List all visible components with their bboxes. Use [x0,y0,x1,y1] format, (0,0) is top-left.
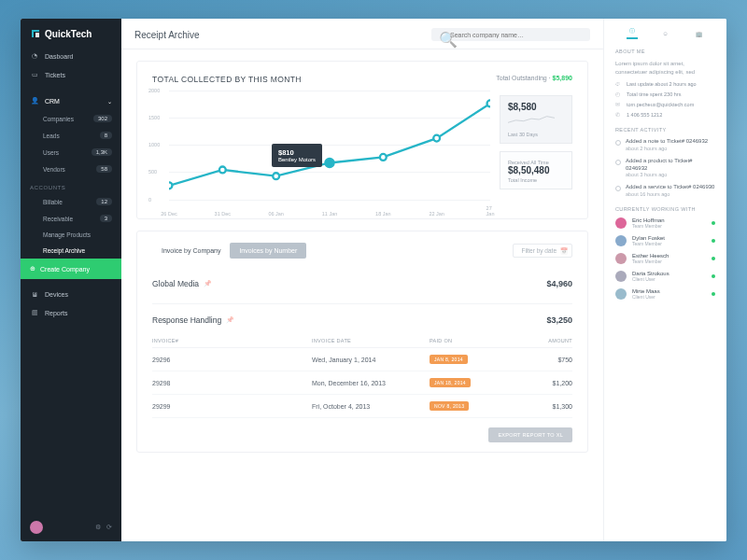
status-dot-icon [712,239,715,243]
chevron-down-icon: ⌄ [107,98,112,105]
timer-icon: ◴ [615,91,622,97]
data-point[interactable] [380,154,387,161]
search-input[interactable] [450,32,583,38]
meta-updated: ⏱Last update about 2 hours ago [615,81,715,87]
monitor-icon: 🖥 [30,289,39,299]
sidebar-item-receivable[interactable]: Receivable3 [21,210,121,227]
bullet-icon [615,140,621,146]
company-row[interactable]: Global Media📌$4,960 [152,268,572,294]
table-header: INVOICE#INVOICE DATEPAID ONAMOUNT [152,330,572,348]
sidebar-item-billable[interactable]: Billable12 [21,193,121,210]
avatar [615,235,627,246]
sparkline-icon [508,115,555,124]
data-point[interactable] [433,135,440,142]
sidebar-item-companies[interactable]: Companies302 [21,110,121,127]
y-axis-label: 0 [148,197,151,203]
data-point[interactable] [325,159,333,167]
gauge-icon: ◔ [30,51,39,61]
person-icon: 👤 [30,96,39,105]
table-row[interactable]: 29299Fri, October 4, 2013NOV 8, 2013$1,3… [152,395,572,418]
ticket-icon: ▭ [30,70,39,79]
data-point[interactable] [273,173,279,179]
calendar-icon: 📅 [560,247,568,255]
content-scroll[interactable]: TOTAL COLLECTED BY THIS MONTH Total Outs… [121,49,603,541]
team-member[interactable]: Mirte MaasClient User [615,288,715,300]
app-window: QuickTech ◔ Dasboard ▭ Tickets 👤 CRM ⌄ C… [21,19,726,541]
count-badge: 1,3K [92,148,112,156]
face-tab-icon[interactable]: ☺ [659,28,670,39]
create-company-button[interactable]: ⊕ Create Company [21,259,121,279]
sidebar-item-receipt-archive[interactable]: Receipt Archive [21,243,121,259]
recent-heading: RECENT ACTIVITY [615,127,715,133]
clock-icon: ⏱ [615,81,622,87]
phone-icon: ✆ [615,112,622,118]
refresh-icon[interactable]: ⟳ [106,524,112,531]
chart-card: TOTAL COLLECTED BY THIS MONTH Total Outs… [136,61,588,219]
y-axis-label: 500 [148,169,157,175]
data-point[interactable] [219,167,226,174]
about-text: Lorem ipsum dolor sit amet, consectetuer… [615,60,715,77]
activity-item[interactable]: Added a service to Ticket# 0246930about … [615,184,715,197]
line-chart[interactable]: 050010001500200026 Dec31 Dec06 Jan11 Jan… [152,88,490,209]
sidebar-item-leads[interactable]: Leads8 [21,127,121,144]
sidebar-item-reports[interactable]: ▥ Reports [21,303,121,322]
team-member[interactable]: Esther HeeschTeam Member [615,253,715,264]
y-axis-label: 1500 [148,115,160,120]
stat-last-30-days[interactable]: $8,580 Last 30 Days [500,95,572,144]
team-member[interactable]: Daria StrokousClient User [615,271,715,282]
meta-email[interactable]: ✉tom.pecheux@quicktech.com [615,102,715,107]
count-badge: 58 [96,165,112,173]
pin-icon: 📌 [226,316,234,324]
sidebar-item-devices[interactable]: 🖥 Devices [21,285,121,303]
invoice-tabs: Invoice by Company Invoices by Number Fi… [152,243,572,259]
sidebar: QuickTech ◔ Dasboard ▭ Tickets 👤 CRM ⌄ C… [21,19,121,541]
sidebar-group-accounts: ACCOUNTS [21,177,121,193]
team-heading: CURRENTLY WORKING WITH [615,206,715,212]
avatar [615,253,627,264]
data-point[interactable] [487,100,490,106]
building-tab-icon[interactable]: 🏢 [693,28,704,39]
about-heading: ABOUT ME [615,49,715,54]
sidebar-item-users[interactable]: Users1,3K [21,144,121,161]
detail-panel: ⓘ ☺ 🏢 ABOUT ME Lorem ipsum dolor sit ame… [603,19,726,541]
detail-tabs: ⓘ ☺ 🏢 [615,28,715,39]
paid-badge: JAN 18, 2014 [430,378,471,387]
stat-all-time[interactable]: Received All Time $8,50,480 Total Income [500,151,572,189]
pin-icon: 📌 [204,280,212,287]
sidebar-item-crm[interactable]: 👤 CRM ⌄ [21,91,121,110]
status-dot-icon [712,257,715,260]
chart-svg [169,88,490,214]
sidebar-item-tickets[interactable]: ▭ Tickets [21,65,121,84]
search-field[interactable]: 🔍 [431,28,590,41]
date-filter[interactable]: Filter by date 📅 [513,244,572,258]
avatar [615,271,627,282]
status-dot-icon [712,274,715,278]
team-member[interactable]: Eric HoffmanTeam Member [615,217,715,229]
company-row[interactable]: Response Handling📌$3,250 [152,303,572,330]
settings-icon[interactable]: ⚙ [95,524,101,531]
user-avatar[interactable] [30,521,43,534]
info-tab-icon[interactable]: ⓘ [627,28,638,39]
count-badge: 3 [100,215,112,222]
bullet-icon [615,186,621,191]
sidebar-item-dashboard[interactable]: ◔ Dasboard [21,47,121,65]
team-member[interactable]: Dylan FosketTeam Member [615,235,715,246]
paid-badge: JAN 8, 2014 [430,355,468,364]
table-row[interactable]: 29298Mon, December 16, 2013JAN 18, 2014$… [152,371,572,395]
tab-invoices-by-number[interactable]: Invoices by Number [230,243,306,259]
count-badge: 8 [100,132,112,139]
brand-logo: QuickTech [21,19,121,47]
paid-badge: NOV 8, 2013 [430,401,469,411]
sidebar-item-manage-products[interactable]: Manage Products [21,227,121,243]
sidebar-item-vendors[interactable]: Vendors58 [21,161,121,177]
activity-item[interactable]: Added a note to Ticket# 0246932about 2 h… [615,138,715,151]
activity-item[interactable]: Added a product to Ticket# 0246932about … [615,158,715,178]
meta-phone[interactable]: ✆1 406 555 1212 [615,112,715,118]
tab-invoice-by-company[interactable]: Invoice by Company [152,243,230,259]
table-row[interactable]: 29296Wed, January 1, 2014JAN 8, 2014$750 [152,348,572,371]
sidebar-item-label: CRM [45,98,102,105]
data-point[interactable] [169,182,172,189]
export-button[interactable]: EXPORT REPORT TO XL [488,427,572,442]
main-header: Receipt Archive 🔍 [121,19,603,49]
page-title: Receipt Archive [134,30,199,40]
